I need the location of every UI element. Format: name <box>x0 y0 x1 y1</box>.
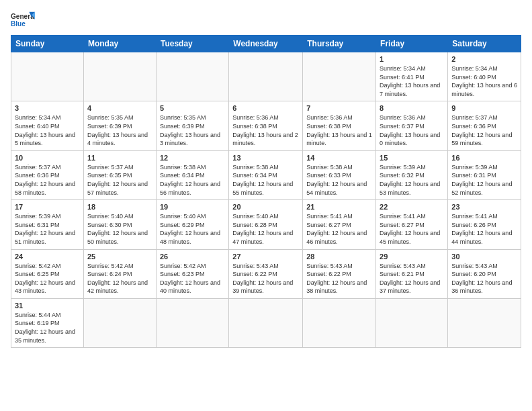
calendar-table: SundayMondayTuesdayWednesdayThursdayFrid… <box>11 35 521 348</box>
calendar-cell <box>11 52 84 101</box>
day-number: 24 <box>15 253 80 261</box>
calendar-week-row: 1Sunrise: 5:34 AM Sunset: 6:41 PM Daylig… <box>11 52 521 101</box>
day-info: Sunrise: 5:43 AM Sunset: 6:20 PM Dayligh… <box>451 262 517 295</box>
calendar-cell <box>83 52 156 101</box>
day-number: 12 <box>160 154 225 162</box>
day-info: Sunrise: 5:37 AM Sunset: 6:35 PM Dayligh… <box>87 163 152 197</box>
column-header-tuesday: Tuesday <box>156 36 228 52</box>
calendar-week-row: 24Sunrise: 5:42 AM Sunset: 6:25 PM Dayli… <box>11 249 521 298</box>
header: General Blue <box>11 11 521 30</box>
day-info: Sunrise: 5:44 AM Sunset: 6:19 PM Dayligh… <box>15 311 80 345</box>
logo: General Blue <box>11 11 35 30</box>
day-info: Sunrise: 5:39 AM Sunset: 6:32 PM Dayligh… <box>380 163 444 197</box>
calendar-cell: 25Sunrise: 5:42 AM Sunset: 6:24 PM Dayli… <box>83 249 156 298</box>
calendar-cell: 4Sunrise: 5:35 AM Sunset: 6:39 PM Daylig… <box>83 101 156 150</box>
day-number: 7 <box>306 104 372 112</box>
calendar-cell: 21Sunrise: 5:41 AM Sunset: 6:27 PM Dayli… <box>303 200 376 249</box>
day-info: Sunrise: 5:42 AM Sunset: 6:23 PM Dayligh… <box>160 262 225 295</box>
day-info: Sunrise: 5:34 AM Sunset: 6:41 PM Dayligh… <box>380 64 444 98</box>
day-number: 16 <box>451 154 517 162</box>
day-number: 4 <box>87 104 152 112</box>
page: General Blue SundayMondayTuesdayWednesda… <box>0 0 532 411</box>
day-info: Sunrise: 5:40 AM Sunset: 6:29 PM Dayligh… <box>160 212 225 246</box>
calendar-cell: 30Sunrise: 5:43 AM Sunset: 6:20 PM Dayli… <box>448 249 521 298</box>
day-number: 6 <box>232 104 299 112</box>
day-number: 3 <box>15 104 80 112</box>
day-number: 11 <box>87 154 152 162</box>
day-info: Sunrise: 5:38 AM Sunset: 6:33 PM Dayligh… <box>306 163 372 197</box>
calendar-cell: 6Sunrise: 5:36 AM Sunset: 6:38 PM Daylig… <box>229 101 303 150</box>
day-number: 13 <box>232 154 299 162</box>
day-number: 8 <box>380 104 444 112</box>
calendar-cell: 15Sunrise: 5:39 AM Sunset: 6:32 PM Dayli… <box>376 150 448 199</box>
day-number: 14 <box>306 154 372 162</box>
calendar-cell: 2Sunrise: 5:34 AM Sunset: 6:40 PM Daylig… <box>448 52 521 101</box>
day-info: Sunrise: 5:43 AM Sunset: 6:22 PM Dayligh… <box>306 262 372 295</box>
calendar-cell: 22Sunrise: 5:41 AM Sunset: 6:27 PM Dayli… <box>376 200 448 249</box>
calendar-cell: 13Sunrise: 5:38 AM Sunset: 6:34 PM Dayli… <box>229 150 303 199</box>
calendar-cell: 3Sunrise: 5:34 AM Sunset: 6:40 PM Daylig… <box>11 101 84 150</box>
calendar-cell: 29Sunrise: 5:43 AM Sunset: 6:21 PM Dayli… <box>376 249 448 298</box>
generalblue-logo-icon: General Blue <box>11 11 35 30</box>
day-number: 18 <box>87 203 152 211</box>
day-info: Sunrise: 5:34 AM Sunset: 6:40 PM Dayligh… <box>15 113 80 147</box>
calendar-cell: 18Sunrise: 5:40 AM Sunset: 6:30 PM Dayli… <box>83 200 156 249</box>
day-info: Sunrise: 5:37 AM Sunset: 6:36 PM Dayligh… <box>15 163 80 197</box>
day-info: Sunrise: 5:37 AM Sunset: 6:36 PM Dayligh… <box>451 113 517 147</box>
day-info: Sunrise: 5:43 AM Sunset: 6:21 PM Dayligh… <box>380 262 444 295</box>
calendar-week-row: 31Sunrise: 5:44 AM Sunset: 6:19 PM Dayli… <box>11 298 521 347</box>
day-number: 29 <box>380 253 444 261</box>
day-info: Sunrise: 5:35 AM Sunset: 6:39 PM Dayligh… <box>87 113 152 147</box>
day-info: Sunrise: 5:41 AM Sunset: 6:26 PM Dayligh… <box>451 212 517 246</box>
day-number: 30 <box>451 253 517 261</box>
day-info: Sunrise: 5:39 AM Sunset: 6:31 PM Dayligh… <box>15 212 80 246</box>
day-number: 20 <box>232 203 299 211</box>
calendar-cell: 28Sunrise: 5:43 AM Sunset: 6:22 PM Dayli… <box>303 249 376 298</box>
day-info: Sunrise: 5:40 AM Sunset: 6:28 PM Dayligh… <box>232 212 299 246</box>
calendar-cell: 9Sunrise: 5:37 AM Sunset: 6:36 PM Daylig… <box>448 101 521 150</box>
calendar-week-row: 3Sunrise: 5:34 AM Sunset: 6:40 PM Daylig… <box>11 101 521 150</box>
calendar-cell <box>229 298 303 347</box>
calendar-week-row: 17Sunrise: 5:39 AM Sunset: 6:31 PM Dayli… <box>11 200 521 249</box>
calendar-cell <box>83 298 156 347</box>
column-header-monday: Monday <box>83 36 156 52</box>
day-number: 1 <box>380 55 444 63</box>
day-number: 27 <box>232 253 299 261</box>
calendar-cell: 11Sunrise: 5:37 AM Sunset: 6:35 PM Dayli… <box>83 150 156 199</box>
calendar-cell <box>303 52 376 101</box>
calendar-cell: 10Sunrise: 5:37 AM Sunset: 6:36 PM Dayli… <box>11 150 84 199</box>
calendar-cell: 27Sunrise: 5:43 AM Sunset: 6:22 PM Dayli… <box>229 249 303 298</box>
calendar-cell <box>229 52 303 101</box>
column-header-saturday: Saturday <box>448 36 521 52</box>
day-number: 26 <box>160 253 225 261</box>
calendar-cell: 14Sunrise: 5:38 AM Sunset: 6:33 PM Dayli… <box>303 150 376 199</box>
calendar-cell <box>156 298 228 347</box>
day-info: Sunrise: 5:36 AM Sunset: 6:38 PM Dayligh… <box>232 113 299 147</box>
calendar-cell: 16Sunrise: 5:39 AM Sunset: 6:31 PM Dayli… <box>448 150 521 199</box>
calendar-cell: 20Sunrise: 5:40 AM Sunset: 6:28 PM Dayli… <box>229 200 303 249</box>
day-number: 17 <box>15 203 80 211</box>
calendar-cell <box>156 52 228 101</box>
calendar-cell: 31Sunrise: 5:44 AM Sunset: 6:19 PM Dayli… <box>11 298 84 347</box>
day-number: 10 <box>15 154 80 162</box>
calendar-cell: 8Sunrise: 5:36 AM Sunset: 6:37 PM Daylig… <box>376 101 448 150</box>
calendar-cell: 24Sunrise: 5:42 AM Sunset: 6:25 PM Dayli… <box>11 249 84 298</box>
day-info: Sunrise: 5:42 AM Sunset: 6:25 PM Dayligh… <box>15 262 80 295</box>
calendar-cell: 7Sunrise: 5:36 AM Sunset: 6:38 PM Daylig… <box>303 101 376 150</box>
day-number: 28 <box>306 253 372 261</box>
day-info: Sunrise: 5:41 AM Sunset: 6:27 PM Dayligh… <box>380 212 444 246</box>
column-header-wednesday: Wednesday <box>229 36 303 52</box>
calendar-cell: 23Sunrise: 5:41 AM Sunset: 6:26 PM Dayli… <box>448 200 521 249</box>
day-number: 15 <box>380 154 444 162</box>
svg-text:Blue: Blue <box>11 20 26 28</box>
day-info: Sunrise: 5:43 AM Sunset: 6:22 PM Dayligh… <box>232 262 299 295</box>
calendar-cell <box>448 298 521 347</box>
calendar-cell: 17Sunrise: 5:39 AM Sunset: 6:31 PM Dayli… <box>11 200 84 249</box>
calendar-week-row: 10Sunrise: 5:37 AM Sunset: 6:36 PM Dayli… <box>11 150 521 199</box>
day-number: 2 <box>451 55 517 63</box>
day-info: Sunrise: 5:41 AM Sunset: 6:27 PM Dayligh… <box>306 212 372 246</box>
day-number: 22 <box>380 203 444 211</box>
column-header-thursday: Thursday <box>303 36 376 52</box>
day-info: Sunrise: 5:38 AM Sunset: 6:34 PM Dayligh… <box>232 163 299 197</box>
day-info: Sunrise: 5:35 AM Sunset: 6:39 PM Dayligh… <box>160 113 225 147</box>
